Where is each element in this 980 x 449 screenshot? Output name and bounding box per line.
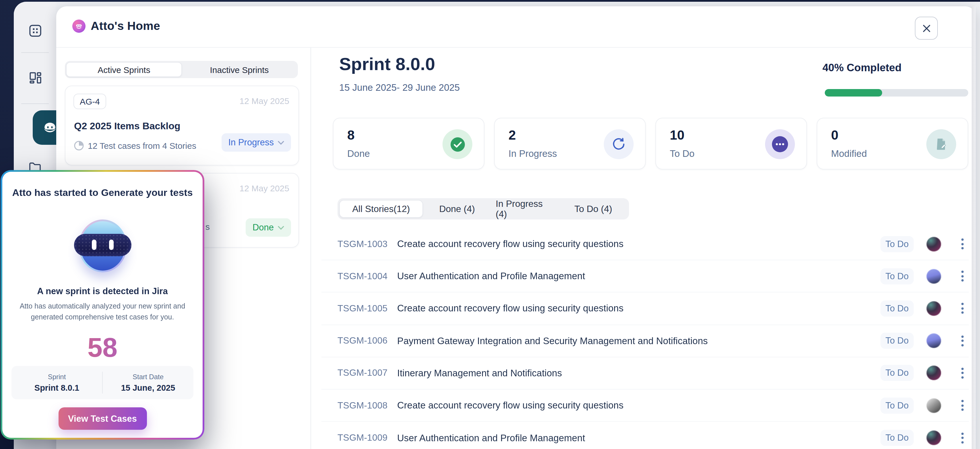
story-id[interactable]: TSGM-1008 xyxy=(337,400,397,411)
chevron-down-icon xyxy=(278,141,284,144)
dashboard-icon xyxy=(28,71,42,85)
story-title[interactable]: User Authentication and Profile Manageme… xyxy=(397,432,880,443)
assignee-avatar[interactable] xyxy=(926,269,941,284)
story-title[interactable]: Create account recovery flow using secur… xyxy=(397,400,880,411)
status-badge: To Do xyxy=(880,300,914,316)
stat-card-to-do: 10 To Do xyxy=(655,118,807,169)
status-badge: To Do xyxy=(880,268,914,284)
story-id[interactable]: TSGM-1004 xyxy=(337,271,397,281)
kebab-menu-icon[interactable] xyxy=(957,335,968,346)
sprint-meta: 12 Test cases from 4 Stories xyxy=(88,141,196,150)
sprint-date-range: 15 June 2025- 29 June 2025 xyxy=(339,82,460,93)
atto-logo-icon xyxy=(72,19,86,33)
tab-inactive-sprints[interactable]: Inactive Sprints xyxy=(182,62,297,77)
scrollbar[interactable] xyxy=(971,6,976,449)
stat-label: To Do xyxy=(670,148,694,159)
status-badge: To Do xyxy=(880,397,914,413)
story-row[interactable]: TSGM-1007 Itinerary Management and Notif… xyxy=(321,357,969,390)
sprint-info-panel: Sprint Sprint 8.0.1 Start Date 15 June, … xyxy=(11,366,193,399)
stat-card-modified: 0 Modified xyxy=(817,118,968,169)
grid-icon xyxy=(28,24,42,38)
view-test-cases-button[interactable]: View Test Cases xyxy=(58,407,146,430)
sprint-status-dropdown[interactable]: Done xyxy=(246,218,291,237)
tab-in-progress[interactable]: In Progress (4) xyxy=(491,200,559,218)
kebab-menu-icon[interactable] xyxy=(957,238,968,249)
sprint-label: Sprint xyxy=(11,373,102,381)
story-tabs: All Stories(12) Done (4) In Progress (4)… xyxy=(337,198,629,219)
assignee-avatar[interactable] xyxy=(926,333,941,348)
sprint-heading: Sprint 8.0.0 xyxy=(339,54,435,75)
assignee-avatar[interactable] xyxy=(926,236,941,251)
kebab-menu-icon[interactable] xyxy=(957,271,968,282)
story-id[interactable]: TSGM-1005 xyxy=(337,304,397,314)
kebab-menu-icon[interactable] xyxy=(957,432,968,443)
atto-mascot-icon xyxy=(78,219,127,272)
panel-header: Atto's Home xyxy=(56,6,976,46)
story-title[interactable]: Create account recovery flow using secur… xyxy=(397,238,880,249)
assignee-avatar[interactable] xyxy=(926,398,941,413)
sprint-key-badge: AG-4 xyxy=(73,94,106,109)
kebab-menu-icon[interactable] xyxy=(957,303,968,314)
sprint-meta-fragment: s xyxy=(205,222,210,232)
pie-clock-icon xyxy=(74,141,84,150)
stat-label: Modified xyxy=(831,148,867,159)
rail-divider xyxy=(21,52,49,53)
progress-bar xyxy=(825,89,968,96)
stat-value: 0 xyxy=(831,128,838,143)
stat-card-done: 8 Done xyxy=(333,118,484,169)
story-title[interactable]: User Authentication and Profile Manageme… xyxy=(397,271,880,282)
assignee-avatar[interactable] xyxy=(926,301,941,316)
popup-title: Atto has started to Generate your tests xyxy=(2,187,203,199)
story-title[interactable]: Payment Gateway Integration and Security… xyxy=(397,335,880,346)
sprint-tabs: Active Sprints Inactive Sprints xyxy=(65,61,298,78)
status-badge: To Do xyxy=(880,430,914,446)
tab-done[interactable]: Done (4) xyxy=(423,200,491,218)
story-row[interactable]: TSGM-1009 User Authentication and Profil… xyxy=(321,422,969,449)
story-list: TSGM-1003 Create account recovery flow u… xyxy=(321,228,969,449)
story-title[interactable]: Create account recovery flow using secur… xyxy=(397,303,880,314)
chevron-down-icon xyxy=(278,225,284,230)
close-button[interactable] xyxy=(915,17,938,40)
kebab-menu-icon[interactable] xyxy=(957,368,968,379)
story-row[interactable]: TSGM-1003 Create account recovery flow u… xyxy=(321,228,969,260)
story-id[interactable]: TSGM-1007 xyxy=(337,368,397,378)
sprint-date: 12 May 2025 xyxy=(240,96,289,106)
refresh-icon xyxy=(604,129,634,159)
tab-active-sprints[interactable]: Active Sprints xyxy=(66,62,182,77)
story-title[interactable]: Itinerary Management and Notifications xyxy=(397,368,880,379)
atto-robot-icon xyxy=(41,119,59,136)
stat-card-in-progress: 2 In Progress xyxy=(494,118,646,169)
story-row[interactable]: TSGM-1008 Create account recovery flow u… xyxy=(321,390,969,422)
story-row[interactable]: TSGM-1005 Create account recovery flow u… xyxy=(321,293,969,325)
rail-divider xyxy=(21,104,49,104)
sidebar-item-dashboard[interactable] xyxy=(14,71,56,85)
story-id[interactable]: TSGM-1009 xyxy=(337,433,397,443)
story-row[interactable]: TSGM-1006 Payment Gateway Integration an… xyxy=(321,325,969,357)
status-badge: To Do xyxy=(880,365,914,381)
story-id[interactable]: TSGM-1006 xyxy=(337,336,397,346)
stat-value: 8 xyxy=(347,128,355,143)
header-divider xyxy=(56,47,976,48)
sprint-card-title: Q2 2025 Items Backlog xyxy=(74,121,180,132)
stat-label: Done xyxy=(347,148,370,159)
check-circle-icon xyxy=(442,129,473,159)
tab-all-stories[interactable]: All Stories(12) xyxy=(339,200,423,218)
kebab-menu-icon[interactable] xyxy=(957,400,968,411)
stat-label: In Progress xyxy=(509,148,557,159)
test-case-count: 58 xyxy=(2,331,203,363)
assignee-avatar[interactable] xyxy=(926,430,941,445)
story-row[interactable]: TSGM-1004 User Authentication and Profil… xyxy=(321,260,969,292)
sprint-card[interactable]: AG-4 12 May 2025 Q2 2025 Items Backlog 1… xyxy=(65,86,299,165)
popup-description: Atto has automatically analyzed your new… xyxy=(16,301,189,323)
tab-to-do[interactable]: To Do (4) xyxy=(559,200,627,218)
assignee-avatar[interactable] xyxy=(926,366,941,380)
start-date-label: Start Date xyxy=(103,373,193,381)
progress-bar-fill xyxy=(825,89,882,96)
story-id[interactable]: TSGM-1003 xyxy=(337,239,397,249)
sprint-status-label: In Progress xyxy=(228,137,274,148)
progress-label: 40% Completed xyxy=(822,61,902,74)
sprint-status-dropdown[interactable]: In Progress xyxy=(221,133,291,152)
sidebar-item-apps[interactable] xyxy=(14,24,56,38)
stat-value: 2 xyxy=(509,128,516,143)
column-divider xyxy=(310,48,311,449)
